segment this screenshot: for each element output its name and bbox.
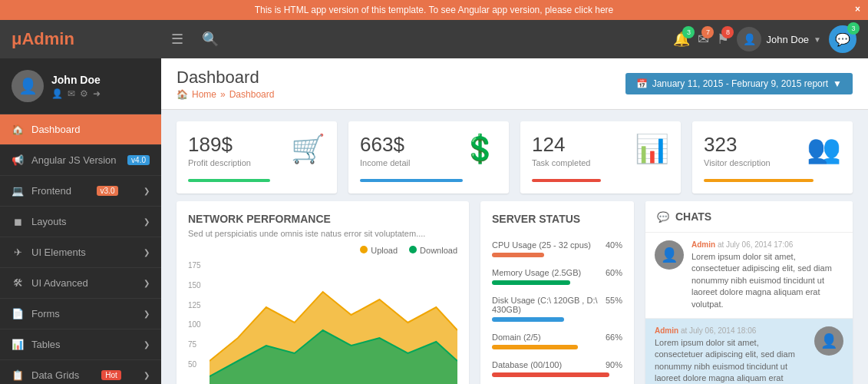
- network-chart: 1751501251007550: [188, 261, 457, 384]
- download-legend: Download: [409, 246, 457, 255]
- sidebar-label-ui-advanced: UI Advanced: [31, 277, 88, 289]
- sidebar-item-layouts[interactable]: ◼ Layouts ❯: [0, 207, 161, 237]
- server-item-disk: Disk Usage (C:\ 120GB , D:\ 430GB) 55%: [492, 296, 622, 322]
- disk-label: Disk Usage (C:\ 120GB , D:\ 430GB): [492, 296, 606, 314]
- sidebar-item-ui-advanced[interactable]: 🛠 UI Advanced ❯: [0, 268, 161, 299]
- stat-value-tasks: 124: [532, 133, 590, 157]
- layouts-chevron: ❯: [144, 217, 150, 226]
- domain-bar: [492, 345, 578, 349]
- server-item-memory: Memory Usage (2.5GB) 60%: [492, 268, 622, 285]
- sidebar-username: John Doe: [51, 74, 101, 86]
- stat-value-income: 663$: [360, 133, 410, 157]
- chat-button[interactable]: 💬 3: [829, 25, 856, 53]
- user-dropdown-arrow: ▼: [814, 35, 821, 44]
- frontend-icon: 💻: [12, 185, 24, 197]
- sidebar-user-profile-icon[interactable]: 👤: [51, 88, 63, 99]
- breadcrumb-current: Dashboard: [229, 89, 275, 100]
- breadcrumb: 🏠 Home » Dashboard: [177, 89, 274, 100]
- header-username: John Doe: [766, 34, 809, 45]
- breadcrumb-home-icon: 🏠: [177, 89, 188, 100]
- sidebar-user: 👤 John Doe 👤 ✉ ⚙ ➜: [0, 58, 161, 114]
- database-bar: [492, 372, 609, 377]
- server-status-panel: SERVER STATUS CPU Usage (25 - 32 cpus) 4…: [480, 201, 634, 384]
- header: μAdmin ☰ 🔍 🔔 3 ✉ 7 ⚑ 8 👤 John Doe ▼ 💬 3: [0, 20, 868, 58]
- hamburger-icon[interactable]: ☰: [165, 27, 190, 51]
- user-avatar-small: 👤: [737, 27, 761, 51]
- sidebar: 👤 John Doe 👤 ✉ ⚙ ➜ 🏠 Dashboard: [0, 58, 161, 384]
- cart-icon: 🛒: [291, 133, 325, 165]
- chat-text-1: Lorem ipsum dolor sit amet, consectetuer…: [691, 251, 843, 310]
- server-item-cpu: CPU Usage (25 - 32 cpus) 40%: [492, 240, 622, 257]
- sidebar-item-forms[interactable]: 📄 Forms ❯: [0, 299, 161, 329]
- memory-label: Memory Usage (2.5GB): [492, 268, 581, 277]
- database-percent: 90%: [606, 360, 622, 369]
- sidebar-label-dashboard: Dashboard: [31, 124, 81, 135]
- stat-label-visitors: Visitor description: [704, 158, 771, 167]
- frontend-chevron: ❯: [144, 187, 150, 195]
- angular-icon: 📢: [12, 154, 24, 166]
- close-announcement-button[interactable]: ×: [855, 4, 860, 15]
- chat-message-1: 👤 Admin at July 06, 2014 17:06 Lorem ips…: [645, 233, 853, 319]
- sidebar-label-angular: Angular JS Version: [31, 154, 117, 166]
- network-performance-panel: NETWORK PERFORMANCE Sed ut perspiciatis …: [177, 201, 469, 384]
- sidebar-user-email-icon[interactable]: ✉: [68, 88, 75, 99]
- layouts-icon: ◼: [12, 216, 24, 227]
- sidebar-item-ui-elements[interactable]: ✈ UI Elements ❯: [0, 237, 161, 268]
- notifications-bell[interactable]: 🔔 3: [673, 31, 690, 48]
- domain-label: Domain (2/5): [492, 333, 541, 342]
- disk-bar: [492, 317, 564, 322]
- announcement-text: This is HTML app version of this templat…: [255, 5, 614, 15]
- chat-message-2: 👤 Admin at July 06, 2014 18:06 Lorem ips…: [645, 319, 853, 384]
- page-header: Dashboard 🏠 Home » Dashboard 📅 January 1…: [161, 58, 868, 110]
- stat-progress-income: [360, 179, 463, 182]
- sidebar-avatar: 👤: [12, 70, 44, 102]
- stat-value-visitors: 323: [704, 133, 771, 157]
- sidebar-item-tables[interactable]: 📊 Tables ❯: [0, 329, 161, 360]
- stat-card-income: 663$ Income detail 💲: [348, 121, 509, 194]
- cpu-label: CPU Usage (25 - 32 cpus): [492, 240, 591, 250]
- dollar-icon: 💲: [463, 133, 497, 165]
- ui-advanced-chevron: ❯: [144, 279, 150, 287]
- bell-badge: 3: [682, 26, 695, 38]
- sidebar-user-settings-icon[interactable]: ⚙: [80, 88, 88, 99]
- sidebar-item-dashboard[interactable]: 🏠 Dashboard: [0, 114, 161, 145]
- cpu-bar: [492, 253, 544, 257]
- network-panel-title: NETWORK PERFORMANCE: [188, 213, 457, 225]
- breadcrumb-home[interactable]: Home: [192, 89, 216, 100]
- stat-label-profit: Profit description: [188, 158, 251, 167]
- sidebar-item-frontend[interactable]: 💻 Frontend v3.0 ❯: [0, 176, 161, 207]
- chat-icon: 💬: [835, 32, 850, 47]
- sidebar-label-tables: Tables: [31, 339, 61, 350]
- sidebar-item-datagrids[interactable]: 📋 Data Grids Hot ❯: [0, 360, 161, 384]
- sidebar-label-frontend: Frontend: [31, 185, 71, 197]
- date-range-button[interactable]: 📅 January 11, 2015 - February 9, 2015 re…: [625, 73, 853, 94]
- sidebar-user-logout-icon[interactable]: ➜: [93, 88, 101, 99]
- stat-label-income: Income detail: [360, 158, 410, 167]
- flag-icon-wrapper[interactable]: ⚑ 8: [717, 31, 729, 48]
- sidebar-label-ui-elements: UI Elements: [31, 247, 86, 258]
- sidebar-label-forms: Forms: [31, 308, 60, 319]
- stat-progress-visitors: [704, 179, 814, 182]
- upload-legend: Upload: [360, 246, 398, 255]
- forms-chevron: ❯: [144, 310, 150, 318]
- chat-count-badge: 3: [847, 22, 860, 35]
- ui-elements-icon: ✈: [12, 247, 24, 258]
- envelope-badge: 7: [701, 26, 714, 38]
- search-icon[interactable]: 🔍: [196, 27, 225, 51]
- user-dropdown[interactable]: 👤 John Doe ▼: [737, 27, 821, 51]
- chat-author-1: Admin: [691, 240, 715, 249]
- stat-card-visitors: 323 Visitor description 👥: [692, 121, 853, 194]
- messages-icon-wrapper[interactable]: ✉ 7: [698, 31, 709, 48]
- chat-time-2: at July 06, 2014 18:06: [681, 326, 756, 335]
- chart-legend: Upload Download: [188, 246, 457, 255]
- sidebar-item-angular[interactable]: 📢 Angular JS Version v4.0: [0, 145, 161, 176]
- nav-icons: ☰ 🔍: [165, 27, 673, 51]
- date-range-text: January 11, 2015 - February 9, 2015 repo…: [652, 78, 828, 89]
- frontend-badge: v3.0: [97, 186, 119, 196]
- chat-text-2: Lorem ipsum dolor sit amet, consectetuer…: [655, 337, 807, 384]
- chat-content-1: Admin at July 06, 2014 17:06 Lorem ipsum…: [691, 240, 843, 310]
- datagrids-chevron: ❯: [144, 371, 150, 379]
- chat-content-2: Admin at July 06, 2014 18:06 Lorem ipsum…: [655, 326, 807, 384]
- chart-svg: [188, 261, 457, 384]
- main-layout: 👤 John Doe 👤 ✉ ⚙ ➜ 🏠 Dashboard: [0, 58, 868, 384]
